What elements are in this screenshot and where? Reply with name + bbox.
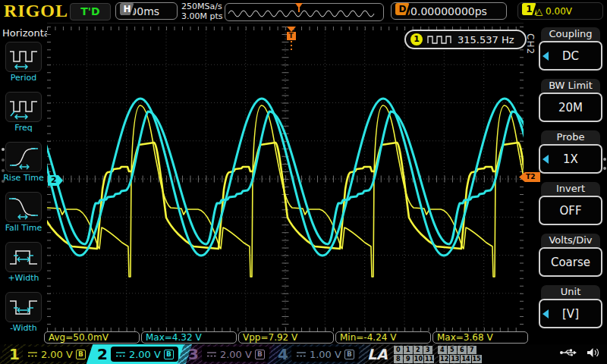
unit-label: Unit xyxy=(541,285,600,299)
trigger-source-badge: 1 xyxy=(522,3,536,15)
channel-2-status-selected[interactable]: 2 2.00 V B xyxy=(90,344,191,364)
la-digit: 5 xyxy=(448,346,457,354)
status-icons xyxy=(559,347,599,358)
trigger-position-triangle-icon xyxy=(287,27,296,32)
la-digit: 6 xyxy=(458,346,467,354)
measurement-max-ch1: Max=3.68 V xyxy=(432,331,528,344)
period-icon xyxy=(5,42,42,72)
menu-item-probe[interactable]: Probe 1X xyxy=(539,130,602,174)
channel-3-scale: 2.00 V xyxy=(220,349,252,360)
measurement-min: Min=-4.24 V xyxy=(335,331,431,344)
invert-label: Invert xyxy=(541,182,600,196)
trigger-info-display[interactable]: T 1 △ 0.00V xyxy=(517,2,603,20)
probe-label: Probe xyxy=(541,130,600,144)
menu-item-bw-limit[interactable]: BW Limit 20M xyxy=(539,79,602,122)
ch2-waveform-distorted-frame xyxy=(47,111,524,244)
volts-div-value: Coarse xyxy=(551,256,590,269)
dc-coupling-icon xyxy=(115,350,126,358)
la-digit: 1 xyxy=(404,346,413,354)
trigger-status-badge: T'D xyxy=(70,3,111,20)
la-digit: 4 xyxy=(438,346,447,354)
left-menu-page-dots xyxy=(2,148,5,183)
channel-2-scale: 2.00 V xyxy=(129,349,161,360)
menu-item-unit[interactable]: Unit [V] xyxy=(539,285,602,328)
la-digit: 14 xyxy=(461,355,470,363)
menu-label-rise-time: Rise Time xyxy=(0,173,47,183)
sample-rate: 250MSa/s xyxy=(181,2,223,11)
channel-3-status[interactable]: 3 2.00 V B xyxy=(181,344,281,364)
la-digit: 8 xyxy=(394,355,403,363)
waveform-display-area[interactable] xyxy=(47,27,524,331)
la-digit: 0 xyxy=(394,346,403,354)
menu-item-fall-time[interactable]: Fall Time xyxy=(0,192,47,233)
horizontal-timebase-display[interactable]: H 1.00ms xyxy=(115,2,178,20)
menu-label-period: Period xyxy=(0,73,47,83)
waveform-traces xyxy=(47,27,524,331)
coupling-label: Coupling xyxy=(541,27,600,41)
delay-value: 0.00000000ps xyxy=(410,5,487,17)
horizontal-measure-menu: Horizontal Period Freq xyxy=(0,23,47,345)
usb-icon xyxy=(559,347,577,358)
measurement-max-ch2: Max=4.32 V xyxy=(141,331,237,344)
trigger-position-stem xyxy=(291,41,292,50)
channel-3-number: 3 xyxy=(188,345,199,363)
trigger-level-value: △ 0.00V xyxy=(536,6,572,17)
menu-item-minus-width[interactable]: -Width xyxy=(0,292,47,333)
plus-width-icon xyxy=(5,242,42,272)
coupling-value: DC xyxy=(562,49,579,63)
channel-1-scale: 2.00 V xyxy=(41,349,73,360)
unit-value: [V] xyxy=(562,307,579,321)
channel-menu-panel: CH2 Coupling DC BW Limit 20M Probe 1X In… xyxy=(524,23,607,345)
measurement-results-bar: Avg=50.0mV Max=4.32 V Vpp=7.92 V Min=-4.… xyxy=(44,331,528,344)
la-digit: 12 xyxy=(439,355,449,363)
dc-coupling-icon xyxy=(206,350,217,358)
channel-4-status[interactable]: 4 1.00 V B xyxy=(270,344,370,364)
bw-limit-value: 20M xyxy=(558,101,583,115)
waveform-overview-strip[interactable] xyxy=(225,3,384,21)
la-digital-channels: 01234567 89101112131415 xyxy=(394,346,482,363)
menu-item-rise-time[interactable]: Rise Time xyxy=(0,142,47,183)
ch2-waveform-clean-frame xyxy=(47,99,524,256)
delay-icon: D xyxy=(395,3,410,15)
channel-1-number: 1 xyxy=(9,345,20,363)
la-digit: 11 xyxy=(424,355,434,363)
bw-limit-icon: B xyxy=(76,350,86,359)
minus-width-icon xyxy=(5,292,42,322)
la-label: LA xyxy=(367,346,388,362)
trigger-position-marker[interactable]: T xyxy=(286,27,296,50)
menu-item-period[interactable]: Period xyxy=(0,42,47,83)
menu-label-fall-time: Fall Time xyxy=(0,223,47,233)
menu-item-freq[interactable]: Freq xyxy=(0,92,47,133)
rigol-logo: RIGOL xyxy=(4,1,68,21)
left-menu-title: Horizontal xyxy=(0,23,47,42)
la-digit: 3 xyxy=(423,346,432,354)
overview-trigger-stem xyxy=(298,8,300,12)
bw-limit-label: BW Limit xyxy=(541,79,600,93)
frequency-counter-readout: 1 315.537 Hz xyxy=(404,30,527,49)
bw-limit-icon: B xyxy=(255,350,265,359)
la-digit: 10 xyxy=(414,355,423,363)
delay-display[interactable]: D 0.00000000ps xyxy=(391,2,507,20)
menu-label-minus-width: -Width xyxy=(0,323,47,333)
menu-item-invert[interactable]: Invert OFF xyxy=(539,182,602,225)
square-wave-icon xyxy=(427,35,453,44)
fall-time-icon xyxy=(5,192,42,222)
menu-item-plus-width[interactable]: +Width xyxy=(0,242,47,283)
menu-item-volts-div[interactable]: Volts/Div Coarse xyxy=(539,234,602,277)
channel-status-bar: 1 2.00 V B 2 2.00 V B 3 2.00 V B xyxy=(0,344,607,364)
left-arrow-icon xyxy=(543,309,549,318)
probe-value: 1X xyxy=(563,152,578,166)
frequency-value: 315.537 Hz xyxy=(458,34,514,46)
top-status-bar: RIGOL T'D H 1.00ms 250MSa/s 3.00M pts D … xyxy=(0,0,607,24)
right-menu-page-dots xyxy=(603,158,606,170)
dc-coupling-icon xyxy=(296,350,307,358)
la-digit: 13 xyxy=(450,355,460,363)
menu-item-coupling[interactable]: Coupling DC xyxy=(539,27,602,71)
h-icon: H xyxy=(120,3,134,15)
dc-coupling-icon xyxy=(27,350,38,358)
freq-icon xyxy=(5,92,42,122)
overview-waveform-icon xyxy=(227,7,382,17)
left-arrow-icon xyxy=(543,52,549,61)
logic-analyzer-status[interactable]: LA 01234567 89101112131415 xyxy=(360,344,475,364)
memory-depth: 3.00M pts xyxy=(181,11,223,21)
